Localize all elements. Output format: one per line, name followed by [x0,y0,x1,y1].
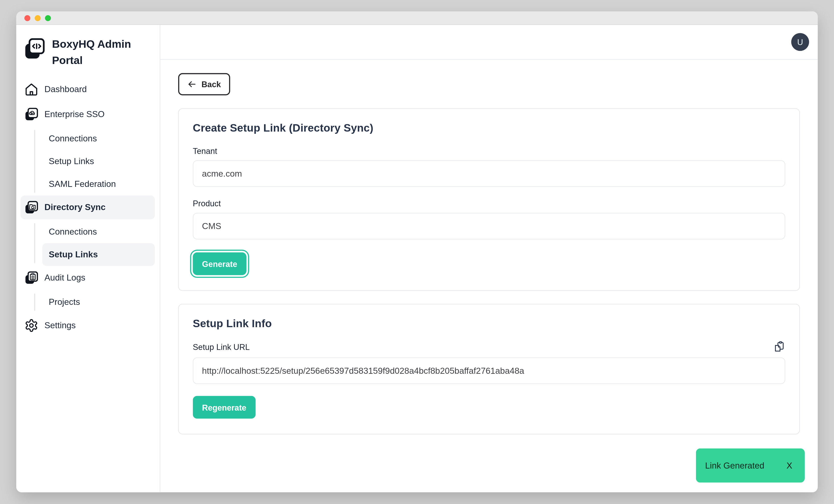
directory-sync-keycap-icon [24,200,38,215]
sidebar-item-label: Dashboard [44,85,87,94]
sidebar-nav: Dashboard Enterprise SSO [16,78,160,337]
sso-keycap-icon [24,107,38,121]
sidebar-item-label: Enterprise SSO [44,109,105,119]
arrow-left-icon [187,80,196,89]
page-content: Back Create Setup Link (Directory Sync) … [160,60,818,492]
desktop-background: BoxyHQ Admin Portal Dashboard [0,0,834,504]
product-input[interactable] [193,213,785,239]
sidebar-item-label: Audit Logs [44,273,85,283]
generate-button[interactable]: Generate [193,253,247,275]
avatar[interactable]: U [791,33,809,51]
enterprise-sso-subgroup: Connections Setup Links SAML Federation [16,127,160,196]
sidebar-item-directory-sync[interactable]: Directory Sync [21,196,155,219]
sidebar-item-settings[interactable]: Settings [21,313,155,337]
audit-logs-subgroup: Projects [16,291,160,313]
toast-close-icon[interactable]: X [787,461,792,470]
toast-message: Link Generated [705,461,764,470]
sidebar-item-label: Directory Sync [44,202,106,212]
regenerate-button[interactable]: Regenerate [193,396,256,419]
brand[interactable]: BoxyHQ Admin Portal [16,36,160,68]
product-label: Product [193,199,785,208]
main-area: U Back Create Setup Link (Directory Sync… [160,25,818,492]
card-title: Setup Link Info [193,317,785,330]
sidebar-item-saml-federation[interactable]: SAML Federation [42,173,155,196]
close-window-button[interactable] [24,15,30,21]
sidebar-item-dsync-connections[interactable]: Connections [42,220,155,243]
brand-title: BoxyHQ Admin Portal [52,36,152,68]
gear-icon [24,319,38,332]
tenant-input[interactable] [193,160,785,187]
create-setup-link-card: Create Setup Link (Directory Sync) Tenan… [178,108,800,291]
card-title: Create Setup Link (Directory Sync) [193,122,785,134]
home-icon [24,82,38,96]
copy-icon[interactable] [773,341,785,353]
back-button[interactable]: Back [178,73,230,95]
minimize-window-button[interactable] [35,15,41,21]
sidebar-item-label: Settings [44,321,75,330]
directory-sync-subgroup: Connections Setup Links [16,220,160,266]
sidebar-item-enterprise-sso[interactable]: Enterprise SSO [21,102,155,126]
setup-link-url-input[interactable] [193,357,785,384]
sidebar-item-audit-logs[interactable]: Audit Logs [21,266,155,290]
sidebar-item-sso-connections[interactable]: Connections [42,127,155,150]
toast-link-generated: Link Generated X [696,448,805,483]
sidebar-item-projects[interactable]: Projects [42,291,155,313]
audit-logs-keycap-icon [24,271,38,285]
topbar: U [160,25,818,60]
sidebar-item-dsync-setup-links[interactable]: Setup Links [42,243,155,266]
app-window: BoxyHQ Admin Portal Dashboard [16,12,818,492]
tenant-label: Tenant [193,146,785,155]
setup-link-url-label: Setup Link URL [193,342,250,351]
sidebar: BoxyHQ Admin Portal Dashboard [16,25,160,492]
zoom-window-button[interactable] [45,15,51,21]
setup-link-info-card: Setup Link Info Setup Link URL [178,304,800,434]
sidebar-item-dashboard[interactable]: Dashboard [21,78,155,101]
sidebar-item-sso-setup-links[interactable]: Setup Links [42,150,155,173]
boxyhq-logo-icon [24,38,45,60]
window-titlebar [16,12,818,25]
